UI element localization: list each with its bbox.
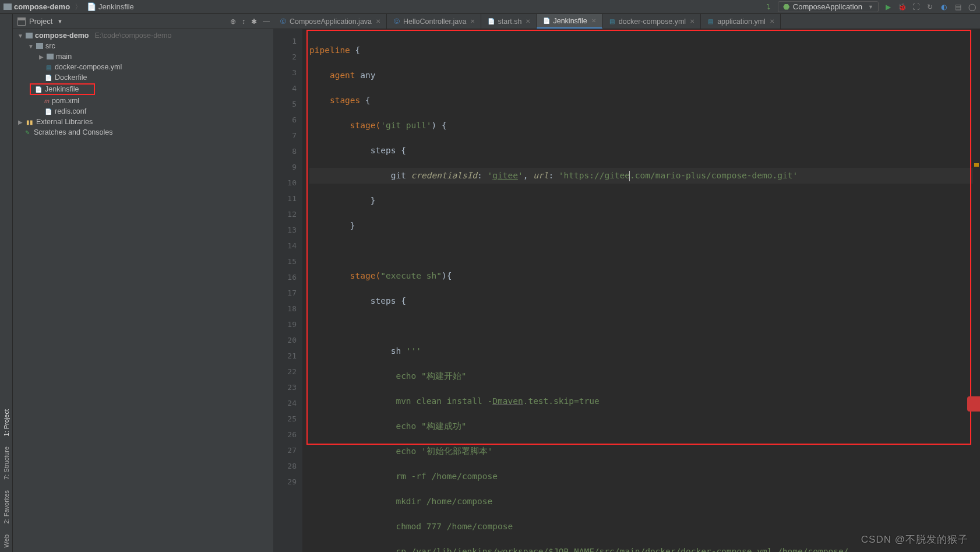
- run-config-selector[interactable]: ⬣ ComposeApplication ▼: [778, 1, 879, 12]
- chevron-down-icon[interactable]: ▼: [57, 19, 62, 24]
- gutter-line[interactable]: 2: [273, 49, 297, 65]
- tree-redis[interactable]: 📄 redis.conf: [13, 106, 273, 117]
- tab-docker-compose[interactable]: ▤ docker-compose.yml ✕: [602, 14, 701, 29]
- tree-main[interactable]: ▶ main: [13, 51, 273, 62]
- spring-icon: ⬣: [783, 2, 789, 11]
- sh-icon: 📄: [487, 17, 495, 25]
- run-config-label: ComposeApplication: [793, 2, 862, 11]
- settings-icon[interactable]: ▤: [953, 2, 963, 12]
- gutter-line[interactable]: 29: [273, 474, 297, 490]
- gutter-line[interactable]: 6: [273, 112, 297, 128]
- close-icon[interactable]: ✕: [470, 18, 475, 24]
- debug-icon[interactable]: 🐞: [897, 2, 907, 12]
- gutter-line[interactable]: 9: [273, 159, 297, 175]
- gutter[interactable]: 1234567891011121314151617181920212223242…: [273, 29, 302, 552]
- gutter-line[interactable]: 4: [273, 80, 297, 96]
- gutter-line[interactable]: 19: [273, 317, 297, 332]
- close-icon[interactable]: ✕: [770, 18, 774, 24]
- gutter-line[interactable]: 17: [273, 285, 297, 301]
- gutter-line[interactable]: 12: [273, 206, 297, 222]
- collapse-icon[interactable]: ↕: [242, 17, 245, 26]
- gutter-line[interactable]: 5: [273, 96, 297, 112]
- gutter-line[interactable]: 25: [273, 411, 297, 427]
- gutter-line[interactable]: 15: [273, 254, 297, 269]
- hide-icon[interactable]: —: [263, 17, 270, 26]
- chevron-down-icon: ▼: [868, 4, 873, 10]
- jenkins-icon: 📄: [87, 2, 96, 11]
- close-icon[interactable]: ✕: [376, 18, 380, 24]
- tree-src[interactable]: ▼ src: [13, 41, 273, 51]
- tab-jenkinsfile[interactable]: 📄 Jenkinsfile ✕: [537, 14, 602, 29]
- run-icon[interactable]: ▶: [883, 2, 893, 12]
- gutter-line[interactable]: 14: [273, 238, 297, 254]
- gutter-line[interactable]: 11: [273, 191, 297, 206]
- navbar: compose-demo 〉 📄 Jenkinsfile ⤵ ⬣ Compose…: [0, 0, 980, 14]
- locate-icon[interactable]: ⊕: [230, 17, 236, 26]
- gutter-line[interactable]: 27: [273, 442, 297, 458]
- left-tab-structure[interactable]: 7: Structure: [3, 446, 10, 480]
- tab-hello-controller[interactable]: Ⓒ HelloController.java ✕: [387, 14, 481, 29]
- gutter-line[interactable]: 13: [273, 222, 297, 238]
- maven-icon: m: [44, 97, 50, 105]
- left-tab-favorites[interactable]: 2: Favorites: [3, 490, 10, 523]
- gutter-line[interactable]: 1: [273, 33, 297, 49]
- tree-scratches[interactable]: ✎ Scratches and Consoles: [13, 127, 273, 138]
- gutter-line[interactable]: 24: [273, 395, 297, 411]
- watermark: CSDN @不脱发的猴子: [861, 533, 968, 546]
- gutter-line[interactable]: 16: [273, 269, 297, 285]
- file-icon: 📄: [44, 107, 52, 115]
- build-icon[interactable]: ⤵: [764, 2, 773, 12]
- reload-icon[interactable]: ↻: [925, 2, 935, 12]
- tab-label: Jenkinsfile: [553, 17, 587, 25]
- pane-icon: [17, 17, 26, 26]
- coverage-icon[interactable]: ⛶: [911, 2, 921, 12]
- tree-external-libs[interactable]: ▶▮▮ External Libraries: [13, 117, 273, 127]
- java-icon: Ⓒ: [279, 17, 287, 25]
- gutter-line[interactable]: 28: [273, 458, 297, 474]
- tree-jenkinsfile[interactable]: 📄 Jenkinsfile: [30, 83, 95, 95]
- breadcrumb: compose-demo 〉 📄 Jenkinsfile: [3, 2, 134, 12]
- breadcrumb-file[interactable]: Jenkinsfile: [98, 2, 134, 11]
- gutter-line[interactable]: 26: [273, 427, 297, 442]
- gutter-line[interactable]: 3: [273, 65, 297, 80]
- gutter-line[interactable]: 18: [273, 301, 297, 317]
- tab-label: HelloController.java: [403, 17, 466, 26]
- left-tab-project[interactable]: 1: Project: [3, 409, 10, 436]
- close-icon[interactable]: ✕: [591, 17, 596, 24]
- gutter-line[interactable]: 20: [273, 332, 297, 348]
- yml-icon: ▤: [44, 63, 52, 71]
- project-tree[interactable]: ▼ compose-demo E:\code\compose-demo ▼ sr…: [13, 29, 273, 552]
- tab-application-yml[interactable]: ▤ application.yml ✕: [701, 14, 781, 29]
- tree-pom[interactable]: m pom.xml: [13, 96, 273, 106]
- gutter-line[interactable]: 8: [273, 143, 297, 159]
- tree-docker-compose[interactable]: ▤ docker-compose.yml: [13, 62, 273, 72]
- tab-label: docker-compose.yml: [619, 17, 686, 26]
- avatar-icon[interactable]: ◯: [967, 2, 977, 12]
- close-icon[interactable]: ✕: [526, 18, 530, 24]
- tree-dockerfile[interactable]: 📄 Dockerfile: [13, 72, 273, 83]
- tree-root[interactable]: ▼ compose-demo E:\code\compose-demo: [13, 30, 273, 41]
- gutter-line[interactable]: 7: [273, 128, 297, 143]
- tab-start-sh[interactable]: 📄 start.sh ✕: [481, 14, 537, 29]
- gutter-line[interactable]: 21: [273, 348, 297, 364]
- project-title[interactable]: Project: [29, 17, 52, 26]
- gutter-line[interactable]: 22: [273, 364, 297, 379]
- gear-icon[interactable]: ✱: [251, 17, 257, 26]
- gutter-line[interactable]: 10: [273, 175, 297, 191]
- gutter-line[interactable]: 23: [273, 379, 297, 395]
- close-icon[interactable]: ✕: [690, 18, 695, 24]
- project-panel: Project ▼ ⊕ ↕ ✱ — ▼ compose-demo E:\code…: [13, 14, 273, 552]
- search-icon[interactable]: ◐: [939, 2, 949, 12]
- tab-compose-application[interactable]: Ⓒ ComposeApplication.java ✕: [273, 14, 387, 29]
- marker-strip[interactable]: [973, 58, 980, 552]
- editor-body: 1234567891011121314151617181920212223242…: [273, 29, 980, 552]
- java-icon: Ⓒ: [393, 17, 400, 25]
- warning-marker[interactable]: [974, 163, 979, 167]
- jenkins-icon: 📄: [542, 17, 550, 24]
- project-header: Project ▼ ⊕ ↕ ✱ —: [13, 14, 273, 29]
- breadcrumb-root[interactable]: compose-demo: [14, 2, 70, 11]
- tab-label: start.sh: [498, 17, 521, 26]
- tab-label: application.yml: [717, 17, 766, 26]
- code-area[interactable]: pipeline { agent any stages { stage('git…: [302, 29, 980, 552]
- left-tab-web[interactable]: Web: [3, 535, 10, 547]
